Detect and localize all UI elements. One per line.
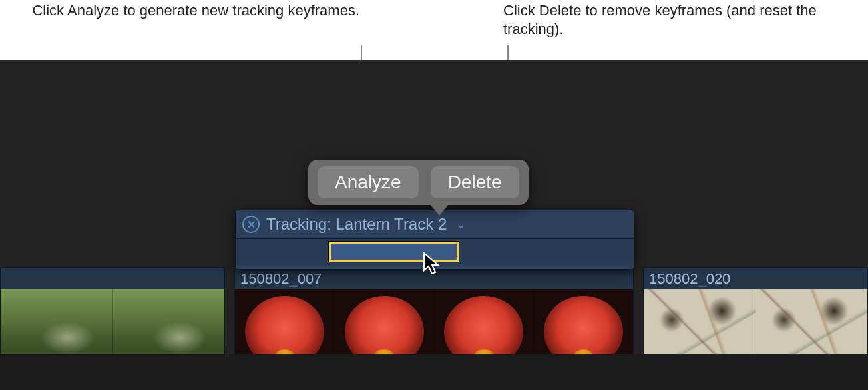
tracking-editor: ✕ Tracking: Lantern Track 2 ⌄: [235, 210, 634, 270]
tracking-popover: Analyze Delete: [308, 160, 529, 205]
tracking-editor-title: Tracking: Lantern Track 2: [266, 215, 447, 234]
callout-analyze: Click Analyze to generate new tracking k…: [0, 1, 359, 20]
popover-tail-icon: [427, 201, 451, 216]
tracking-keyframe-lane[interactable]: [236, 238, 634, 265]
clip-label: 150802_007: [240, 270, 322, 288]
tracking-range-selection[interactable]: [329, 242, 459, 262]
delete-button[interactable]: Delete: [431, 166, 519, 198]
app-stage: Analyze Delete ✕ Tracking: Lantern Track…: [0, 60, 868, 390]
instruction-callouts: Click Analyze to generate new tracking k…: [0, 0, 868, 60]
analyze-button[interactable]: Analyze: [318, 166, 419, 198]
chevron-down-icon[interactable]: ⌄: [456, 217, 466, 232]
bottom-bar: [0, 354, 868, 390]
callout-delete: Click Delete to remove keyframes (and re…: [503, 1, 849, 39]
close-tracking-editor-button[interactable]: ✕: [242, 216, 260, 233]
clip-label: 150802_020: [649, 270, 730, 288]
